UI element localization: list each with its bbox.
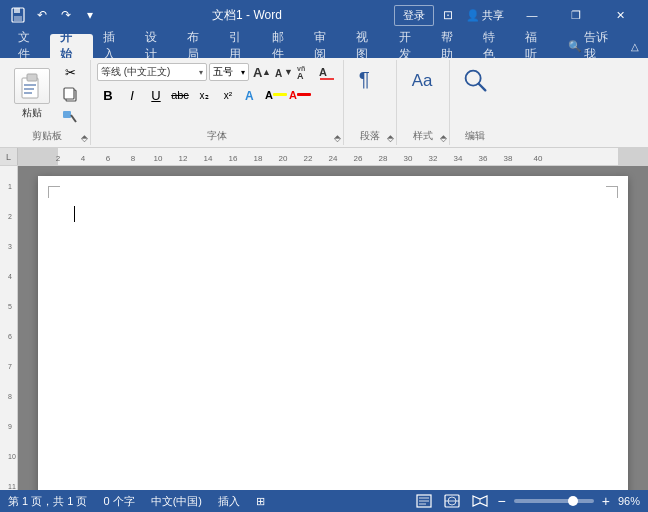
font-color-button[interactable]: A: [289, 84, 311, 106]
minimize-button[interactable]: —: [512, 0, 552, 30]
font-name-selector[interactable]: 等线 (中文正文) ▾: [97, 63, 207, 81]
save-icon[interactable]: [8, 5, 28, 25]
pinyin-button[interactable]: vñ A: [295, 62, 315, 82]
title-left-icons: ↶ ↷ ▾: [8, 5, 100, 25]
ruler-corner[interactable]: L: [0, 148, 18, 165]
zoom-in-button[interactable]: +: [602, 493, 610, 509]
web-view-button[interactable]: [442, 493, 462, 509]
svg-rect-7: [24, 92, 32, 94]
tab-special[interactable]: 特色: [473, 34, 515, 58]
ruler-mark-12: 14: [204, 154, 213, 163]
document-scroll[interactable]: [18, 166, 648, 490]
svg-text:A: A: [275, 68, 282, 79]
svg-rect-4: [27, 74, 37, 81]
decrease-font-button[interactable]: A ▼: [273, 62, 293, 82]
ruler-mark-14: 16: [229, 154, 238, 163]
subscript-button[interactable]: x₂: [193, 84, 215, 106]
cut-button[interactable]: ✂: [56, 62, 84, 82]
mode-text: 插入: [218, 494, 240, 509]
text-cursor: [74, 206, 75, 222]
tab-design[interactable]: 设计: [135, 34, 177, 58]
tab-review[interactable]: 审阅: [304, 34, 346, 58]
copy-button[interactable]: [56, 84, 84, 104]
underline-button[interactable]: U: [145, 84, 167, 106]
vruler-7: 7: [8, 363, 12, 370]
customize-quick-access-icon[interactable]: ▾: [80, 5, 100, 25]
edit-button[interactable]: [457, 62, 493, 98]
paste-button[interactable]: 粘贴: [10, 62, 54, 126]
zoom-out-button[interactable]: −: [498, 493, 506, 509]
tab-developer[interactable]: 开发: [389, 34, 431, 58]
tab-tell-me[interactable]: 🔍告诉我: [558, 34, 626, 58]
svg-text:A: A: [245, 89, 254, 103]
svg-rect-9: [64, 88, 74, 99]
increase-font-button[interactable]: A ▲: [251, 62, 271, 82]
font-size-selector[interactable]: 五号 ▾: [209, 63, 249, 81]
login-button[interactable]: 登录: [394, 5, 434, 26]
options-icon[interactable]: ⊡: [438, 5, 458, 25]
insert-mode[interactable]: 插入: [218, 494, 240, 509]
clear-format-button[interactable]: A: [317, 62, 337, 82]
tab-help[interactable]: 帮助: [431, 34, 473, 58]
read-view-button[interactable]: [470, 493, 490, 509]
format-painter-button[interactable]: [56, 106, 84, 126]
style-expand-icon[interactable]: ⬘: [440, 133, 447, 143]
redo-icon[interactable]: ↷: [56, 5, 76, 25]
clipboard-label: 剪贴板: [32, 129, 62, 143]
strikethrough-button[interactable]: abc: [169, 84, 191, 106]
share-button[interactable]: 👤 共享: [462, 6, 508, 25]
tab-insert[interactable]: 插入: [93, 34, 135, 58]
paragraph-expand-icon[interactable]: ⬘: [387, 133, 394, 143]
font-controls: 等线 (中文正文) ▾ 五号 ▾ A ▲ A ▼: [97, 62, 337, 122]
svg-text:A: A: [297, 71, 304, 81]
vruler-4: 4: [8, 273, 12, 280]
ruler-mark-0: 2: [56, 154, 60, 163]
document-page[interactable]: [38, 176, 628, 490]
tab-view[interactable]: 视图: [346, 34, 388, 58]
ruler-left-margin: [18, 148, 58, 165]
char-count-text: 0 个字: [103, 494, 134, 509]
vruler-2: 2: [8, 213, 12, 220]
zoom-thumb: [568, 496, 578, 506]
search-icon: 🔍: [568, 40, 582, 53]
ribbon-content: 粘贴 ✂ 剪贴板 ⬘: [0, 58, 648, 148]
italic-button[interactable]: I: [121, 84, 143, 106]
tab-references[interactable]: 引用: [219, 34, 261, 58]
vruler-3: 3: [8, 243, 12, 250]
tab-layout[interactable]: 布局: [177, 34, 219, 58]
ruler-mark-22: 24: [329, 154, 338, 163]
svg-text:¶: ¶: [359, 67, 370, 90]
macro-icon[interactable]: ⊞: [256, 495, 265, 508]
clipboard-expand-icon[interactable]: ⬘: [81, 133, 88, 143]
close-button[interactable]: ✕: [600, 0, 640, 30]
ribbon-collapse-button[interactable]: △: [626, 37, 644, 55]
paragraph-button[interactable]: ¶: [350, 62, 390, 98]
text-effect-button[interactable]: A: [241, 84, 263, 106]
svg-rect-10: [63, 111, 71, 118]
zoom-slider[interactable]: [514, 499, 594, 503]
tab-mailings[interactable]: 邮件: [262, 34, 304, 58]
ruler-mark-16: 18: [254, 154, 263, 163]
bold-button[interactable]: B: [97, 84, 119, 106]
superscript-button[interactable]: x²: [217, 84, 239, 106]
style-button[interactable]: Aa: [403, 62, 443, 98]
horizontal-ruler: 2 4 6 8 10 12 14 16 18 20 22 24 26 28 30…: [18, 148, 648, 165]
edit-controls: [457, 62, 493, 114]
highlight-button[interactable]: A: [265, 84, 287, 106]
tab-file[interactable]: 文件: [8, 34, 50, 58]
print-view-button[interactable]: [414, 493, 434, 509]
tab-home[interactable]: 开始: [50, 34, 92, 58]
vruler-10: 10: [8, 453, 16, 460]
tab-futing[interactable]: 福听: [515, 34, 557, 58]
undo-icon[interactable]: ↶: [32, 5, 52, 25]
restore-button[interactable]: ❐: [556, 0, 596, 30]
svg-text:Aa: Aa: [412, 71, 433, 90]
ruler-mark-10: 12: [179, 154, 188, 163]
edit-group: 编辑: [450, 60, 500, 145]
person-icon: 👤: [466, 9, 480, 22]
zoom-level: 96%: [618, 495, 640, 507]
font-expand-icon[interactable]: ⬘: [334, 133, 341, 143]
share-label: 共享: [482, 8, 504, 23]
font-row-1: 等线 (中文正文) ▾ 五号 ▾ A ▲ A ▼: [97, 62, 337, 82]
title-right-controls: 登录 ⊡ 👤 共享 — ❐ ✕: [394, 0, 640, 30]
